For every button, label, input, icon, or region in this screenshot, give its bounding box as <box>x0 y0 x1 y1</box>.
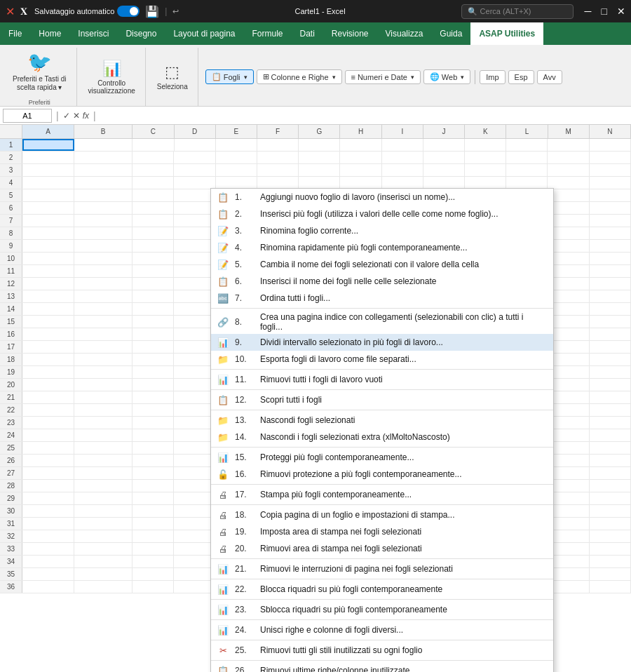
grid-cell[interactable] <box>74 227 133 239</box>
grid-cell[interactable] <box>590 265 631 277</box>
list-item[interactable]: 🖨17.Stampa più fogli contemporaneamente.… <box>211 486 553 503</box>
grid-cell[interactable] <box>590 253 631 264</box>
grid-cell[interactable] <box>590 328 631 340</box>
grid-cell[interactable] <box>22 139 74 151</box>
list-item[interactable]: 📋12.Scopri tutti i fogli <box>211 391 553 408</box>
list-item[interactable]: 📝3.Rinomina foglio corrente... <box>211 222 553 239</box>
grid-cell[interactable] <box>548 215 589 227</box>
grid-cell[interactable] <box>133 328 174 340</box>
grid-cell[interactable] <box>22 177 74 189</box>
grid-cell[interactable] <box>133 518 174 530</box>
grid-cell[interactable] <box>548 177 589 189</box>
grid-cell[interactable] <box>548 429 589 441</box>
seleziona-button[interactable]: ⬚ Seleziona <box>153 60 192 93</box>
grid-cell[interactable] <box>74 366 133 378</box>
grid-cell[interactable] <box>74 202 133 214</box>
grid-cell[interactable] <box>22 556 74 567</box>
grid-cell[interactable] <box>299 177 340 189</box>
esp-button[interactable]: Esp <box>508 70 534 84</box>
grid-cell[interactable] <box>22 543 74 555</box>
grid-cell[interactable] <box>133 442 174 454</box>
grid-cell[interactable] <box>548 265 589 277</box>
grid-cell[interactable] <box>22 518 74 530</box>
grid-cell[interactable] <box>590 530 631 542</box>
grid-cell[interactable] <box>74 316 133 328</box>
list-item[interactable]: 📊23.Sblocca riquadri su più fogli contem… <box>211 601 553 618</box>
grid-cell[interactable] <box>133 265 174 277</box>
grid-cell[interactable] <box>590 189 631 201</box>
grid-cell[interactable] <box>548 404 589 416</box>
grid-cell[interactable] <box>174 568 215 580</box>
tab-file[interactable]: File <box>0 22 30 45</box>
grid-cell[interactable] <box>74 215 133 227</box>
col-header-a[interactable]: A <box>22 125 74 138</box>
col-header-l[interactable]: L <box>506 125 548 138</box>
grid-cell[interactable] <box>590 240 631 252</box>
grid-cell[interactable] <box>548 379 589 391</box>
list-item[interactable]: 🖨19.Imposta area di stampa nei fogli sel… <box>211 523 553 540</box>
fogli-button[interactable]: 📋 Fogli ▾ <box>205 69 254 84</box>
grid-cell[interactable] <box>133 404 174 416</box>
grid-cell[interactable] <box>133 202 174 214</box>
grid-cell[interactable] <box>590 467 631 479</box>
grid-cell[interactable] <box>74 556 133 567</box>
grid-cell[interactable] <box>174 278 215 290</box>
grid-cell[interactable] <box>174 341 215 353</box>
grid-cell[interactable] <box>22 202 74 214</box>
grid-cell[interactable] <box>506 139 548 151</box>
grid-cell[interactable] <box>590 290 631 302</box>
preferiti-button[interactable]: 🐦 Preferiti e Tasti discelta rapida ▾ <box>8 48 71 95</box>
grid-cell[interactable] <box>506 152 548 163</box>
grid-cell[interactable] <box>22 467 74 479</box>
grid-cell[interactable] <box>174 328 215 340</box>
grid-cell[interactable] <box>174 455 215 466</box>
grid-cell[interactable] <box>590 227 631 239</box>
grid-cell[interactable] <box>340 139 381 151</box>
grid-cell[interactable] <box>174 177 215 189</box>
grid-cell[interactable] <box>22 455 74 466</box>
col-header-j[interactable]: J <box>423 125 465 138</box>
grid-cell[interactable] <box>74 530 133 542</box>
grid-cell[interactable] <box>133 152 174 163</box>
grid-cell[interactable] <box>74 189 133 201</box>
grid-cell[interactable] <box>590 455 631 466</box>
grid-cell[interactable] <box>590 152 631 163</box>
col-header-d[interactable]: D <box>175 125 216 138</box>
grid-cell[interactable] <box>22 417 74 429</box>
grid-cell[interactable] <box>548 518 589 530</box>
grid-cell[interactable] <box>174 467 215 479</box>
grid-cell[interactable] <box>548 278 589 290</box>
grid-cell[interactable] <box>74 467 133 479</box>
tab-home[interactable]: Home <box>30 22 69 45</box>
grid-cell[interactable] <box>590 581 631 593</box>
col-header-c[interactable]: C <box>133 125 174 138</box>
grid-cell[interactable] <box>133 290 174 302</box>
formula-cancel-icon[interactable]: ✕ <box>73 111 80 121</box>
list-item[interactable]: 📊22.Blocca riquadri su più fogli contemp… <box>211 581 553 598</box>
list-item[interactable]: 📝4.Rinomina rapidamente più fogli contem… <box>211 239 553 256</box>
grid-cell[interactable] <box>590 556 631 567</box>
grid-cell[interactable] <box>74 429 133 441</box>
grid-cell[interactable] <box>22 404 74 416</box>
grid-cell[interactable] <box>74 518 133 530</box>
grid-cell[interactable] <box>74 442 133 454</box>
grid-cell[interactable] <box>22 379 74 391</box>
grid-cell[interactable] <box>22 568 74 580</box>
formula-fx-icon[interactable]: fx <box>83 111 89 121</box>
grid-cell[interactable] <box>548 227 589 239</box>
grid-cell[interactable] <box>22 341 74 353</box>
grid-cell[interactable] <box>548 568 589 580</box>
list-item[interactable]: 📋26.Rimuovi ultime righe/colonne inutili… <box>211 662 553 672</box>
grid-cell[interactable] <box>174 290 215 302</box>
grid-cell[interactable] <box>174 480 215 492</box>
list-item[interactable]: 📊21.Rimuovi le interruzioni di pagina ne… <box>211 560 553 577</box>
grid-cell[interactable] <box>174 253 215 264</box>
grid-cell[interactable] <box>257 152 299 163</box>
grid-cell[interactable] <box>133 341 174 353</box>
grid-cell[interactable] <box>548 139 589 151</box>
grid-cell[interactable] <box>133 278 174 290</box>
grid-cell[interactable] <box>174 581 215 593</box>
grid-cell[interactable] <box>216 152 257 163</box>
tab-visualizza[interactable]: Visualizza <box>377 22 432 45</box>
grid-cell[interactable] <box>133 177 174 189</box>
